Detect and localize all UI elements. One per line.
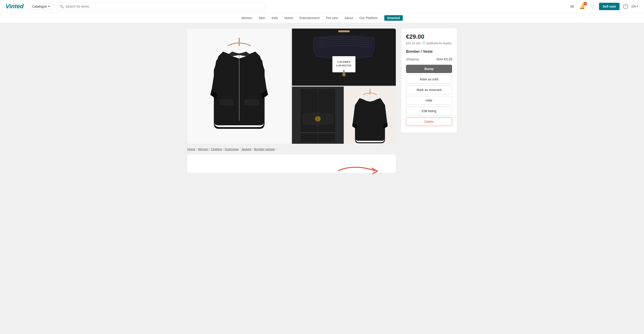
svg-rect-5 [338,30,350,32]
sidebar-card: €29.00 €31.15 incl. 🛡 (subtotal for buye… [401,28,457,133]
description-box [187,155,396,173]
chevron-down-icon: ▼ [48,5,50,7]
nav-item-our-platform[interactable]: Our Platform [359,15,378,21]
subtotal-row: €31.15 incl. 🛡 (subtotal for buyer) [406,41,452,45]
svg-rect-10 [343,70,344,75]
nav-item-women[interactable]: Women [241,15,252,21]
breadcrumb-outerwear[interactable]: Outerwear [225,148,239,151]
breadcrumb-sep-5: / [252,148,253,151]
catalogue-label: Catalogue [32,4,47,8]
breadcrumb-bomber-jackets[interactable]: Bomber jackets [254,148,275,151]
pocket-svg [298,87,338,144]
svg-text:GALERIES: GALERIES [338,60,350,63]
product-images: GALERIES LAFAYETTE [187,28,396,144]
sidebar: €29.00 €31.15 incl. 🛡 (subtotal for buye… [401,28,457,173]
breadcrumb-women[interactable]: Women [198,148,208,151]
breadcrumb-sep-4: / [240,148,240,151]
subtotal-amount: €31.15 incl. [406,41,422,45]
header: Vinted Catalogue ▼ 🔍 ✉ 🔔 6 ♡ Sell now ? … [0,0,644,13]
navigation: Women Men Kids Home Entertainment Pet ca… [0,13,644,23]
language-button[interactable]: EN ▼ [632,4,638,8]
product-images-bottom [292,87,396,144]
product-main-image [187,28,291,144]
breadcrumb-clothing[interactable]: Clothing [211,148,222,151]
shipping-price: from €3.28 [437,57,452,61]
breadcrumb: Home / Women / Clothing / Outerwear / Ja… [187,144,396,153]
delete-button[interactable]: Delete [406,117,452,126]
jacket-svg [204,33,274,139]
logo: Vinted [6,3,24,10]
bump-button[interactable]: Bump [406,65,452,73]
nav-item-home[interactable]: Home [284,15,293,21]
question-circle-icon: ? [623,4,628,9]
mark-as-sold-button[interactable]: Mark as sold [406,75,452,84]
breadcrumb-sep-6: / [276,148,276,151]
red-arrow-annotation [336,159,386,177]
mark-as-reserved-button[interactable]: Mark as reserved [406,85,452,94]
breadcrumb-home[interactable]: Home [187,148,195,151]
search-icon: 🔍 [60,4,64,8]
search-input[interactable] [66,4,261,8]
heart-icon: ♡ [590,4,595,9]
catalogue-button[interactable]: Catalogue ▼ [29,3,53,10]
shipping-row: Shipping from €3.28 [406,57,452,61]
nav-item-men[interactable]: Men [259,15,265,21]
help-button[interactable]: ? [622,3,629,10]
product-image-back [344,87,396,144]
mail-icon: ✉ [570,4,574,9]
header-actions: ✉ 🔔 6 ♡ Sell now ? EN ▼ [568,3,638,10]
favorites-button[interactable]: ♡ [589,3,596,10]
nav-item-kids[interactable]: Kids [272,15,278,21]
shipping-label: Shipping [406,57,419,61]
breadcrumb-sep-1: / [196,148,197,151]
notifications-button[interactable]: 🔔 6 [579,3,586,10]
shield-icon: 🛡 [422,41,426,45]
svg-text:LAFAYETTE: LAFAYETTE [336,64,351,67]
chevron-down-icon: ▼ [636,5,638,7]
nav-item-about[interactable]: About [344,15,353,21]
product-section: GALERIES LAFAYETTE [187,28,396,173]
nav-item-pet-care[interactable]: Pet care [326,15,338,21]
subtotal-suffix: (subtotal for buyer) [426,41,452,45]
back-svg [350,87,390,144]
notification-badge: 6 [583,2,587,5]
language-label: EN [632,4,636,8]
collar-svg: GALERIES LAFAYETTE [292,28,396,86]
hide-button[interactable]: Hide [406,96,452,105]
edit-listing-button[interactable]: Edit listing [406,107,452,115]
messages-button[interactable]: ✉ [568,3,576,10]
breadcrumb-jackets[interactable]: Jackets [241,148,252,151]
product-price: €29.00 [406,33,452,40]
main-content: GALERIES LAFAYETTE [184,28,460,173]
smarted-badge[interactable]: Smarted [384,15,403,21]
product-image-collar: GALERIES LAFAYETTE [292,28,396,86]
product-image-pocket [292,87,344,144]
sell-now-button[interactable]: Sell now [599,3,620,10]
product-title: Bomber / Veste [406,49,452,54]
breadcrumb-sep-3: / [223,148,224,151]
search-bar: 🔍 [57,2,264,10]
breadcrumb-sep-2: / [209,148,210,151]
nav-item-entertainment[interactable]: Entertainment [300,15,320,21]
